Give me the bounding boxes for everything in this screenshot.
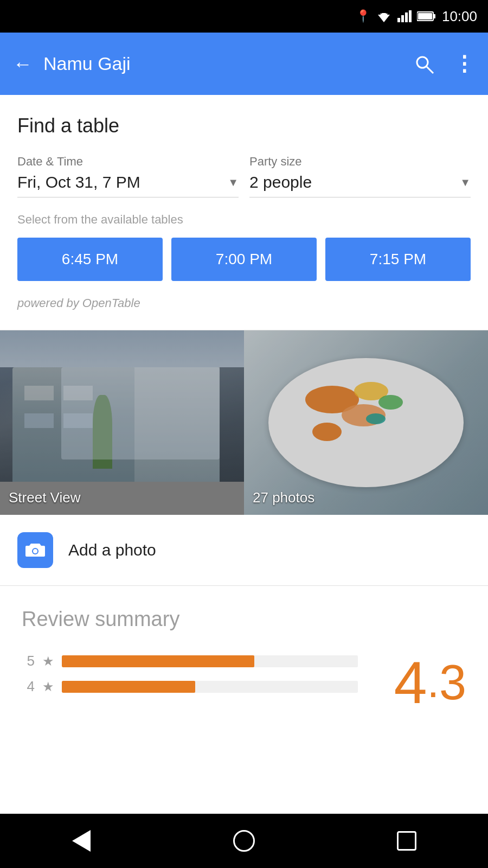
party-size-value: 2 people: [249, 173, 312, 192]
search-icon[interactable]: [414, 54, 434, 74]
date-time-arrow-icon: ▼: [228, 176, 239, 189]
date-time-value: Fri, Oct 31, 7 PM: [17, 173, 140, 192]
location-icon: 📍: [356, 9, 370, 23]
find-table-section: Find a table Date & Time Fri, Oct 31, 7 …: [0, 95, 488, 330]
photo-gallery: Street View: [0, 330, 488, 515]
rating-bar-5: 5 ★: [22, 653, 358, 669]
time-slot-buttons: 6:45 PM 7:00 PM 7:15 PM: [17, 238, 471, 281]
review-and-rating: 5 ★ 4 ★ 4 . 3: [22, 653, 466, 712]
svg-rect-9: [418, 13, 432, 20]
main-content: Find a table Date & Time Fri, Oct 31, 7 …: [0, 95, 488, 712]
star-icon-4: ★: [42, 679, 54, 694]
available-tables-label: Select from the available tables: [17, 213, 471, 227]
add-photo-row[interactable]: Add a photo: [0, 515, 488, 585]
more-menu-button[interactable]: ⋮: [454, 52, 475, 76]
party-size-field: Party size 2 people ▼: [249, 155, 471, 197]
back-nav-button[interactable]: [65, 825, 98, 857]
date-time-field: Date & Time Fri, Oct 31, 7 PM ▼: [17, 155, 239, 197]
food-photo-tile[interactable]: 27 photos: [244, 330, 488, 515]
svg-line-11: [427, 67, 433, 73]
street-view-label: Street View: [9, 489, 80, 506]
svg-rect-3: [397, 18, 400, 22]
rating-whole-number: 4: [394, 653, 427, 712]
time-slot-button-645pm[interactable]: 6:45 PM: [17, 238, 163, 281]
rating-bars: 5 ★ 4 ★: [22, 653, 358, 712]
svg-rect-5: [405, 12, 408, 22]
camera-svg-icon: [24, 539, 46, 561]
status-bar: 📍 10:00: [0, 0, 488, 33]
overall-rating-display: 4 . 3: [358, 653, 466, 712]
bar-label-4: 4: [22, 678, 35, 695]
app-bar: ← Namu Gaji ⋮: [0, 33, 488, 95]
bar-fill-4: [62, 681, 195, 693]
rating-bar-4: 4 ★: [22, 678, 358, 695]
powered-by-label: powered by OpenTable: [17, 296, 471, 310]
battery-icon: [417, 11, 436, 22]
time-slot-button-700pm[interactable]: 7:00 PM: [171, 238, 317, 281]
status-time: 10:00: [442, 8, 477, 25]
party-size-arrow-icon: ▼: [460, 176, 471, 189]
home-nav-button[interactable]: [228, 825, 260, 857]
time-slot-button-715pm[interactable]: 7:15 PM: [325, 238, 471, 281]
bottom-nav: [0, 814, 488, 868]
svg-rect-6: [409, 10, 412, 22]
add-photo-label: Add a photo: [68, 541, 156, 559]
back-button[interactable]: ←: [13, 53, 33, 75]
find-table-title: Find a table: [17, 114, 471, 137]
bar-track-4: [62, 681, 358, 693]
bar-label-5: 5: [22, 653, 35, 669]
bar-fill-5: [62, 655, 254, 667]
status-icons: 📍 10:00: [356, 8, 477, 25]
home-nav-icon: [233, 830, 255, 852]
svg-point-13: [33, 549, 37, 553]
date-time-dropdown[interactable]: Fri, Oct 31, 7 PM ▼: [17, 173, 239, 197]
party-size-dropdown[interactable]: 2 people ▼: [249, 173, 471, 197]
star-icon-5: ★: [42, 654, 54, 669]
svg-point-10: [417, 57, 428, 68]
recent-nav-icon: [397, 831, 416, 851]
recent-nav-button[interactable]: [390, 825, 423, 857]
street-view-tile[interactable]: Street View: [0, 330, 244, 515]
review-section: Review summary 5 ★ 4 ★: [0, 586, 488, 712]
table-fields: Date & Time Fri, Oct 31, 7 PM ▼ Party si…: [17, 155, 471, 197]
wifi-icon: [376, 10, 392, 22]
svg-rect-8: [433, 14, 435, 18]
camera-icon: [17, 532, 53, 568]
bar-track-5: [62, 655, 358, 667]
review-summary-title: Review summary: [22, 608, 466, 631]
svg-rect-4: [401, 15, 404, 22]
photos-count-label: 27 photos: [253, 489, 314, 506]
date-time-label: Date & Time: [17, 155, 239, 169]
signal-icon: [397, 10, 412, 22]
rating-decimal-number: 3: [439, 658, 466, 707]
party-size-label: Party size: [249, 155, 471, 169]
app-bar-title: Namu Gaji: [43, 53, 403, 74]
back-nav-icon: [72, 830, 91, 852]
rating-dot: .: [427, 658, 439, 707]
